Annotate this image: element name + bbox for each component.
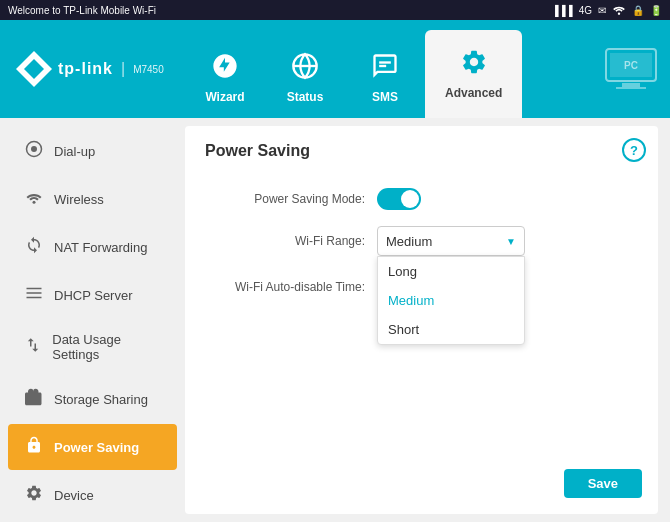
logo-diamond [16,51,52,87]
sms-icon [371,52,399,86]
svg-point-12 [33,201,36,204]
logo-area: tp-link | M7450 [0,20,185,118]
logo-brand: tp-link [58,60,113,78]
status-label: Status [287,90,324,104]
datausage-label: Data Usage Settings [52,332,161,362]
wifi-range-value: Medium [386,234,432,249]
wifi-range-row: Wi-Fi Range: Medium ▼ Long Medium Short [205,226,638,256]
status-icons: ▐▐▐ 4G ✉ 🔒 🔋 [551,3,662,17]
svg-rect-8 [616,87,646,89]
svg-rect-15 [27,297,42,299]
sidebar-item-dialup[interactable]: Dial-up [8,128,177,174]
storage-icon [24,388,44,410]
battery-icon: 🔋 [650,5,662,16]
option-short[interactable]: Short [378,315,524,344]
powersaving-label: Power Saving [54,440,139,455]
dhcp-label: DHCP Server [54,288,133,303]
wizard-icon [211,52,239,86]
sidebar: Dial-up Wireless NAT Forwarding [0,118,185,522]
device-icon [24,484,44,506]
logo-text: tp-link | M7450 [58,60,164,78]
tab-sms[interactable]: SMS [345,38,425,118]
svg-rect-13 [27,288,42,290]
logo-diamond-inner [24,59,44,79]
content-panel: Power Saving ? Power Saving Mode: Wi-Fi … [185,126,658,514]
sidebar-item-storage[interactable]: Storage Sharing [8,376,177,422]
dialup-label: Dial-up [54,144,95,159]
header: tp-link | M7450 Wizard [0,20,670,118]
wifi-range-select[interactable]: Medium ▼ [377,226,525,256]
wireless-label: Wireless [54,192,104,207]
logo-model: M7450 [133,64,164,75]
network-type: 4G [579,5,592,16]
lock-icon: 🔒 [632,5,644,16]
svg-point-11 [31,146,37,152]
save-button[interactable]: Save [564,469,642,498]
storage-label: Storage Sharing [54,392,148,407]
advanced-label: Advanced [445,86,502,100]
advanced-icon [460,48,488,82]
logo: tp-link | M7450 [16,51,164,87]
power-saving-toggle[interactable] [377,188,421,210]
dhcp-icon [24,284,44,306]
tab-wizard[interactable]: Wizard [185,38,265,118]
nat-icon [24,236,44,258]
status-bar: Welcome to TP-Link Mobile Wi-Fi ▐▐▐ 4G ✉… [0,0,670,20]
option-long[interactable]: Long [378,257,524,286]
signal-icon: ▐▐▐ [551,5,572,16]
main-content: Dial-up Wireless NAT Forwarding [0,118,670,522]
wifi-range-select-container: Medium ▼ Long Medium Short [377,226,525,256]
tab-advanced[interactable]: Advanced [425,30,522,118]
sidebar-item-datausage[interactable]: Data Usage Settings [8,320,177,374]
option-medium[interactable]: Medium [378,286,524,315]
pc-logo-icon: PC [602,45,660,93]
dropdown-arrow-icon: ▼ [506,236,516,247]
dialup-icon [24,140,44,162]
power-saving-mode-label: Power Saving Mode: [205,192,365,206]
status-nav-icon [291,52,319,86]
nav-tabs: Wizard Status SMS [185,20,592,118]
device-label: Device [54,488,94,503]
sidebar-item-dhcp[interactable]: DHCP Server [8,272,177,318]
wizard-label: Wizard [205,90,244,104]
sidebar-item-wireless[interactable]: Wireless [8,176,177,222]
header-logo-right: PC [592,20,670,118]
status-title: Welcome to TP-Link Mobile Wi-Fi [8,5,156,16]
sidebar-item-nat[interactable]: NAT Forwarding [8,224,177,270]
sms-label: SMS [372,90,398,104]
wireless-icon [24,188,44,210]
wifi-icon [612,3,626,17]
toggle-thumb [401,190,419,208]
powersaving-icon [24,436,44,458]
logo-separator: | [121,60,125,78]
help-icon[interactable]: ? [622,138,646,162]
nat-label: NAT Forwarding [54,240,147,255]
svg-rect-14 [27,292,42,294]
help-label: ? [630,143,638,158]
wifi-range-dropdown: Long Medium Short [377,256,525,345]
power-saving-mode-row: Power Saving Mode: [205,188,638,210]
sidebar-item-powersaving[interactable]: Power Saving [8,424,177,470]
wifi-range-label: Wi-Fi Range: [205,234,365,248]
tab-status[interactable]: Status [265,38,345,118]
content-title: Power Saving [205,142,638,168]
datausage-icon [24,336,42,358]
mail-icon: ✉ [598,5,606,16]
svg-point-0 [618,13,620,15]
wifi-auto-disable-label: Wi-Fi Auto-disable Time: [205,280,365,294]
svg-rect-7 [622,83,640,87]
svg-text:PC: PC [624,60,638,71]
sidebar-item-device[interactable]: Device [8,472,177,518]
